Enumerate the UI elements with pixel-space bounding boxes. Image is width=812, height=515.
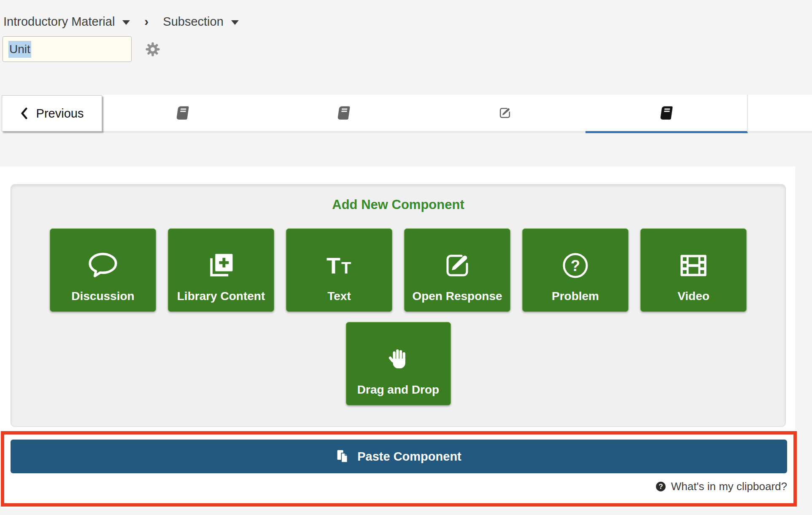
tab-unit-5-partial[interactable] [748, 95, 812, 133]
tab-unit-1[interactable] [102, 95, 264, 133]
edit-icon [498, 106, 512, 120]
tab-unit-3[interactable] [424, 95, 586, 133]
unit-tab-bar: Previous [0, 95, 812, 134]
component-button-label: Library Content [177, 290, 265, 303]
open-response-icon [443, 251, 472, 280]
discussion-icon [87, 252, 119, 279]
unit-title-selected-text: Unit [8, 41, 31, 58]
component-button-label: Problem [552, 290, 599, 303]
tab-unit-2[interactable] [263, 95, 425, 133]
question-circle-icon: ? [656, 481, 666, 492]
chevron-down-icon [231, 20, 239, 25]
unit-settings-button[interactable] [145, 42, 160, 57]
text-icon: TT [326, 254, 352, 277]
previous-button-label: Previous [36, 107, 84, 121]
component-button-label: Discussion [71, 290, 134, 303]
add-component-title: Add New Component [11, 197, 785, 212]
component-button-label: Text [327, 290, 351, 303]
video-icon [679, 253, 708, 278]
component-button-row: Discussion Library Content TT Text [11, 228, 785, 312]
component-button-label: Drag and Drop [357, 383, 439, 397]
whats-in-my-clipboard-link[interactable]: ? What's in my clipboard? [656, 480, 787, 493]
add-drag-and-drop-button[interactable]: Drag and Drop [346, 322, 451, 405]
paste-icon [336, 449, 349, 464]
unit-title-row: Unit [3, 36, 160, 62]
add-video-button[interactable]: Video [640, 228, 747, 312]
book-icon [337, 106, 351, 120]
add-problem-button[interactable]: ? Problem [522, 228, 629, 312]
svg-text:?: ? [571, 257, 580, 274]
add-open-response-button[interactable]: Open Response [404, 228, 510, 312]
paste-section-highlight: Paste Component ? What's in my clipboard… [1, 431, 797, 507]
add-discussion-button[interactable]: Discussion [50, 228, 156, 312]
svg-text:?: ? [658, 483, 663, 491]
add-library-content-button[interactable]: Library Content [168, 228, 274, 312]
paste-component-label: Paste Component [357, 450, 461, 464]
breadcrumb-section-label: Introductory Material [3, 15, 115, 29]
breadcrumb-subsection-dropdown[interactable]: Subsection [163, 15, 239, 29]
component-button-label: Open Response [412, 290, 502, 303]
paste-component-button[interactable]: Paste Component [11, 440, 787, 473]
chevron-left-icon [20, 107, 28, 119]
studio-unit-page: { "breadcrumb": { "section": "Introducto… [0, 0, 812, 515]
component-button-label: Video [677, 290, 709, 303]
clipboard-link-label: What's in my clipboard? [671, 480, 787, 493]
breadcrumb-section-dropdown[interactable]: Introductory Material [3, 15, 130, 29]
breadcrumb-subsection-label: Subsection [163, 15, 224, 29]
breadcrumb-separator: › [144, 14, 148, 29]
unit-content-panel: Add New Component Discussion [0, 166, 795, 508]
breadcrumb: Introductory Material › Subsection [3, 14, 239, 29]
unit-title-input[interactable]: Unit [3, 36, 132, 62]
gear-icon [145, 42, 160, 57]
tab-unit-4-active[interactable] [585, 95, 748, 133]
problem-icon: ? [561, 251, 590, 280]
chevron-down-icon [122, 20, 130, 25]
book-icon [176, 106, 189, 120]
book-icon [659, 106, 673, 120]
previous-button[interactable]: Previous [2, 95, 102, 131]
component-button-row-2: Drag and Drop [11, 322, 785, 405]
drag-and-drop-icon [388, 347, 409, 371]
add-text-button[interactable]: TT Text [286, 228, 392, 312]
library-content-icon [208, 252, 235, 279]
add-new-component-panel: Add New Component Discussion [11, 184, 786, 427]
